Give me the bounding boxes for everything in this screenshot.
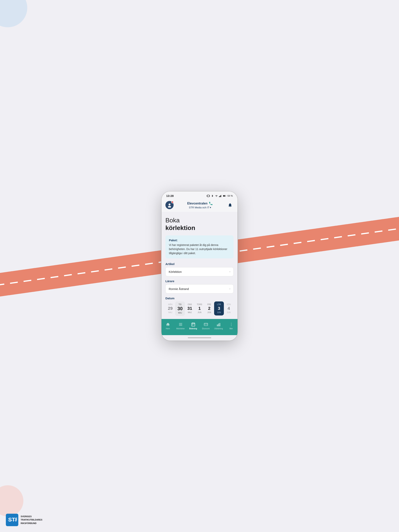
svg-point-27 <box>231 325 232 326</box>
signal-icon <box>219 195 222 197</box>
date-row: MÅN 29 MAJ TIS 30 MAJ ONS 31 MAJ TORS 1 … <box>165 301 234 316</box>
larare-group: Lärare Ronnie Åstrand › <box>165 279 234 293</box>
larare-select[interactable]: Ronnie Åstrand › <box>165 284 234 293</box>
svg-point-25 <box>231 323 232 323</box>
status-bar: 13:28 <box>161 191 238 199</box>
date-cell-sön[interactable]: SÖN 4 JUN <box>224 301 234 316</box>
header-subtitle[interactable]: STR Media och IT ▾ <box>174 206 227 209</box>
nav-label-utbildning: Utbildning <box>214 328 223 330</box>
nav-item-ekonomi[interactable]: Ekonomi <box>200 321 212 330</box>
str-line3: RIKSFÖRBUND <box>21 522 42 525</box>
battery-percent: 64 % <box>228 195 233 197</box>
home-indicator-bar <box>188 337 211 338</box>
card-nav-icon <box>204 322 208 327</box>
nav-label-aktiviteter: Aktiviteter <box>176 328 185 330</box>
larare-value: Ronnie Åstrand <box>169 287 189 291</box>
str-line2: TRAFIKUTBILDARES <box>21 518 42 522</box>
status-time: 13:28 <box>166 194 174 197</box>
page-title-line1: Boka <box>165 216 234 224</box>
svg-point-9 <box>168 203 170 205</box>
date-cell-mån[interactable]: MÅN 29 MAJ <box>165 301 175 316</box>
info-box-text: Vi har registrerat paketet åt dig på den… <box>169 243 230 255</box>
user-avatar-icon <box>167 203 172 208</box>
date-day-name: LÖR <box>215 303 223 305</box>
svg-rect-0 <box>207 195 209 197</box>
svg-rect-3 <box>219 196 219 197</box>
svg-rect-22 <box>218 323 219 326</box>
bg-circle-top <box>0 0 27 27</box>
info-box-title: Paket: <box>169 239 230 242</box>
artikel-label: Artikel <box>165 262 234 266</box>
svg-point-26 <box>231 324 232 325</box>
date-number: 4 <box>225 306 233 310</box>
datum-section: Datum MÅN 29 MAJ TIS 30 MAJ ONS 31 MAJ T… <box>165 297 234 316</box>
nav-label-hem: Hem <box>166 328 170 330</box>
date-number: 31 <box>186 306 194 310</box>
home-indicator <box>161 335 238 341</box>
brand-name: Elevcentralen <box>187 202 207 205</box>
str-logo-svg: STR <box>7 514 17 525</box>
str-logo-abbrev: STR <box>7 514 17 525</box>
phone-container: 13:28 <box>161 191 238 341</box>
svg-rect-8 <box>223 195 225 196</box>
svg-rect-18 <box>192 325 193 325</box>
nav-item-bokning[interactable]: Bokning <box>187 321 200 330</box>
artikel-select[interactable]: Körlektion › <box>165 267 234 276</box>
svg-point-10 <box>168 206 171 208</box>
date-number: 30 <box>176 306 184 311</box>
date-day-name: MÅN <box>166 303 174 305</box>
page-title: Boka körlektion <box>165 216 234 232</box>
nav-item-utbildning[interactable]: Utbildning <box>212 321 225 330</box>
date-number: 29 <box>166 306 174 310</box>
svg-rect-6 <box>221 195 222 197</box>
date-number: 3 <box>215 306 223 310</box>
artikel-chevron-icon: › <box>230 270 230 273</box>
svg-rect-4 <box>220 196 220 197</box>
date-month: MAJ <box>176 312 184 314</box>
info-box: Paket: Vi har registrerat paketet åt dig… <box>165 235 234 258</box>
date-month: MAJ <box>166 311 174 314</box>
date-month: JUN <box>225 311 233 314</box>
bg-circle-bottom <box>0 485 23 516</box>
larare-chevron-icon: › <box>230 287 230 290</box>
date-cell-lör[interactable]: LÖR 3 JUN <box>214 301 224 316</box>
svg-rect-31 <box>8 520 16 521</box>
artikel-value: Körlektion <box>169 270 182 273</box>
nav-item-hem[interactable]: Hem <box>161 321 174 330</box>
vibrate-icon <box>207 195 210 197</box>
date-cell-tors[interactable]: TORS 1 JUN <box>195 301 204 316</box>
nav-label-bokning: Bokning <box>189 328 197 330</box>
nav-label-ekonomi: Ekonomi <box>202 328 210 330</box>
nav-item-aktiviteter[interactable]: Aktiviteter <box>174 321 187 330</box>
subtitle-text: STR Media och IT <box>189 206 209 209</box>
svg-rect-12 <box>179 324 182 325</box>
date-number: 2 <box>205 306 213 310</box>
date-day-name: FRE <box>205 303 213 305</box>
nav-item-mer[interactable]: Mer <box>225 321 238 330</box>
str-logo: STR SVERIGES TRAFIKUTBILDARES RIKSFÖRBUN… <box>6 514 42 526</box>
date-cell-ons[interactable]: ONS 31 MAJ <box>185 301 195 316</box>
dots-nav-icon <box>229 322 234 327</box>
subtitle-chevron: ▾ <box>210 206 211 209</box>
avatar-wrap[interactable] <box>165 201 174 209</box>
date-day-name: TIS <box>176 303 184 305</box>
date-cell-tis[interactable]: TIS 30 MAJ <box>175 301 185 316</box>
svg-rect-14 <box>192 323 195 326</box>
svg-rect-13 <box>179 325 182 326</box>
app-header: Elevcentralen STR Media och IT ▾ <box>161 199 238 212</box>
svg-rect-23 <box>219 323 220 326</box>
header-brand: Elevcentralen <box>174 201 227 206</box>
svg-rect-21 <box>217 324 218 326</box>
nav-label-mer: Mer <box>230 328 233 330</box>
calendar-nav-icon <box>191 322 196 327</box>
bell-icon <box>228 203 232 207</box>
str-line1: SVERIGES <box>21 515 42 518</box>
list-nav-icon <box>178 322 183 327</box>
str-org-name: SVERIGES TRAFIKUTBILDARES RIKSFÖRBUND <box>21 515 42 525</box>
date-number: 1 <box>195 306 204 310</box>
svg-rect-19 <box>204 323 207 326</box>
header-center: Elevcentralen STR Media och IT ▾ <box>174 201 227 209</box>
svg-rect-5 <box>220 195 221 197</box>
date-cell-fre[interactable]: FRE 2 JUN <box>204 301 214 316</box>
notification-bell[interactable] <box>227 202 234 209</box>
